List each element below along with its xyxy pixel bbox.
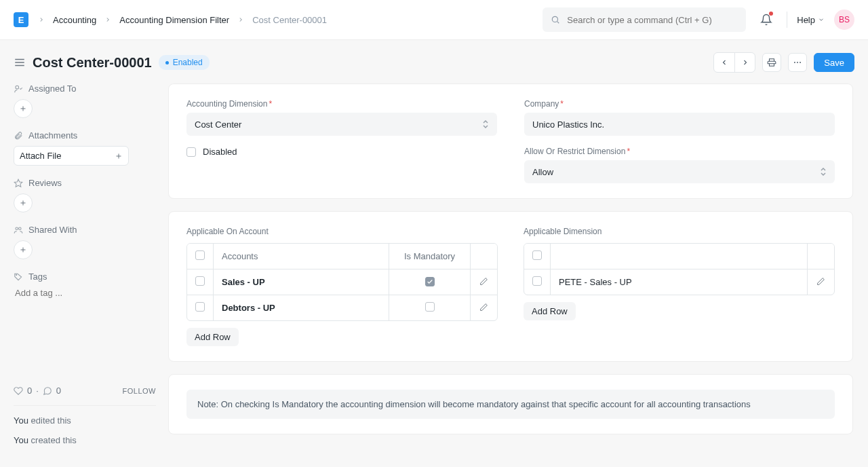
dimension-cell[interactable]: PETE - Sales - UP — [550, 269, 807, 295]
comments-count: 0 — [56, 386, 61, 396]
svg-point-10 — [16, 86, 19, 89]
attachments-label: Attachments — [14, 130, 156, 141]
svg-rect-5 — [770, 59, 774, 62]
add-review-button[interactable] — [14, 193, 33, 212]
activity-created: You created this — [14, 435, 156, 445]
plus-icon — [115, 152, 123, 160]
mandatory-header: Is Mandatory — [389, 244, 470, 269]
svg-point-22 — [16, 274, 17, 275]
table-row: PETE - Sales - UP — [524, 269, 834, 295]
svg-point-8 — [797, 62, 798, 63]
svg-rect-6 — [770, 64, 774, 67]
edit-row-button[interactable] — [816, 277, 825, 286]
main-content: Accounting Dimension* Cost Center Disabl… — [168, 83, 854, 455]
company-value: Unico Plastics Inc. — [532, 119, 604, 130]
assigned-to-text: Assigned To — [28, 83, 77, 94]
dimension-header — [550, 244, 807, 269]
likes-count: 0 — [27, 386, 32, 396]
shared-with-text: Shared With — [28, 225, 77, 235]
activity-edited: You edited this — [14, 415, 156, 426]
account-cell[interactable]: Debtors - UP — [213, 295, 389, 320]
notifications-button[interactable] — [755, 9, 777, 31]
assigned-to-label: Assigned To — [14, 83, 156, 94]
allow-restrict-label: Allow Or Restrict Dimension* — [524, 147, 835, 156]
save-button[interactable]: Save — [814, 53, 854, 72]
breadcrumb-item-accounting[interactable]: Accounting — [53, 15, 96, 25]
users-icon — [14, 225, 23, 235]
chevron-right-icon — [104, 16, 111, 23]
notification-dot-icon — [769, 12, 773, 16]
select-all-dimensions-checkbox[interactable] — [532, 250, 542, 260]
print-button[interactable] — [762, 53, 781, 72]
heart-icon[interactable] — [14, 386, 23, 396]
status-dot-icon — [165, 61, 169, 64]
paperclip-icon — [14, 131, 23, 141]
tag-input[interactable] — [14, 287, 156, 299]
tags-label: Tags — [14, 272, 156, 282]
attachments-text: Attachments — [28, 130, 77, 141]
svg-point-18 — [16, 227, 18, 229]
table-row: Debtors - UP — [187, 295, 497, 320]
add-share-button[interactable] — [14, 240, 33, 259]
chevron-down-icon — [818, 16, 825, 23]
mandatory-checkbox[interactable] — [425, 302, 435, 312]
edit-row-button[interactable] — [479, 303, 488, 312]
follow-button[interactable]: FOLLOW — [123, 387, 156, 395]
accounting-dimension-value: Cost Center — [195, 119, 241, 130]
applicable-dimension-table: PETE - Sales - UP — [524, 243, 835, 295]
row-checkbox[interactable] — [195, 276, 205, 286]
accounting-dimension-label: Accounting Dimension* — [186, 99, 497, 109]
search-input[interactable] — [566, 14, 738, 26]
record-paginator — [713, 52, 755, 73]
next-record-button[interactable] — [734, 53, 755, 72]
svg-point-7 — [794, 62, 795, 63]
row-checkbox[interactable] — [532, 276, 542, 286]
allow-restrict-select[interactable]: Allow — [524, 160, 835, 183]
prev-record-button[interactable] — [714, 53, 734, 72]
app-logo[interactable]: E — [14, 12, 28, 27]
status-badge: Enabled — [159, 55, 210, 70]
accounting-dimension-select[interactable]: Cost Center — [186, 113, 497, 136]
help-dropdown[interactable]: Help — [797, 15, 825, 25]
activity-rest: edited this — [28, 415, 71, 426]
add-account-row-button[interactable]: Add Row — [186, 328, 239, 346]
chevron-right-icon — [38, 16, 45, 23]
more-actions-button[interactable] — [788, 53, 807, 72]
top-navbar: E Accounting Accounting Dimension Filter… — [0, 0, 868, 40]
breadcrumb-item-filter[interactable]: Accounting Dimension Filter — [119, 15, 229, 25]
chevron-right-icon — [237, 16, 244, 23]
tags-text: Tags — [28, 272, 47, 282]
breadcrumb-current: Cost Center-00001 — [252, 15, 327, 25]
tag-icon — [14, 272, 23, 282]
row-checkbox[interactable] — [195, 302, 205, 312]
breadcrumb: Accounting Accounting Dimension Filter C… — [38, 15, 327, 25]
select-all-accounts-checkbox[interactable] — [195, 250, 205, 260]
disabled-checkbox[interactable] — [186, 147, 196, 157]
applicable-dimension-title: Applicable Dimension — [524, 227, 835, 236]
attach-file-button[interactable]: Attach File — [14, 146, 129, 166]
comment-icon[interactable] — [43, 386, 52, 396]
note-card: Note: On checking Is Mandatory the accou… — [168, 374, 853, 434]
svg-point-9 — [800, 62, 802, 63]
star-icon — [14, 179, 23, 188]
sidebar-toggle-button[interactable] — [14, 56, 26, 69]
table-row: Sales - UP — [187, 269, 497, 295]
form-card: Accounting Dimension* Cost Center Disabl… — [168, 83, 853, 199]
add-assignee-button[interactable] — [14, 99, 33, 118]
mandatory-checkbox[interactable] — [425, 277, 435, 286]
status-badge-text: Enabled — [173, 58, 203, 67]
edit-row-button[interactable] — [479, 277, 488, 286]
search-icon — [551, 15, 560, 24]
company-select[interactable]: Unico Plastics Inc. — [524, 113, 835, 136]
svg-line-1 — [557, 22, 559, 24]
global-search[interactable] — [542, 7, 746, 32]
add-dimension-row-button[interactable]: Add Row — [524, 302, 576, 320]
activity-rest: created this — [28, 435, 77, 445]
disabled-label: Disabled — [203, 147, 237, 157]
mandatory-note: Note: On checking Is Mandatory the accou… — [186, 390, 835, 419]
help-label: Help — [797, 15, 815, 25]
svg-point-19 — [19, 227, 21, 229]
user-avatar[interactable]: BS — [834, 10, 854, 30]
tables-card: Applicable On Account Accounts Is Mandat… — [168, 211, 853, 362]
account-cell[interactable]: Sales - UP — [213, 269, 389, 295]
